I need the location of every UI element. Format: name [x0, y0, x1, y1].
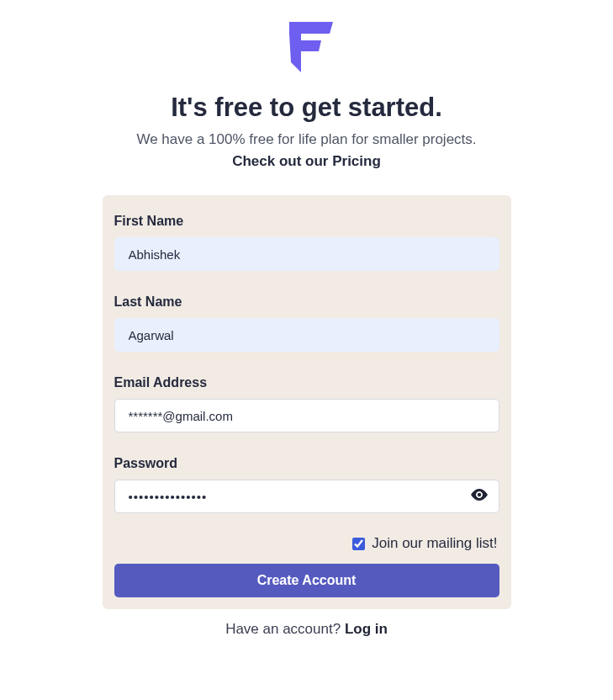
last-name-input[interactable]: [114, 318, 499, 352]
password-label: Password: [114, 456, 499, 471]
password-input[interactable]: [114, 480, 499, 513]
svg-point-0: [477, 493, 480, 496]
first-name-label: First Name: [114, 214, 499, 229]
brand-logo: [281, 22, 333, 76]
email-input[interactable]: [114, 399, 499, 432]
eye-icon[interactable]: [471, 489, 488, 504]
page-title: It's free to get started.: [171, 93, 442, 123]
mailing-list-label: Join our mailing list!: [372, 535, 497, 552]
footer-text: Have an account? Log in: [225, 621, 388, 638]
last-name-label: Last Name: [114, 294, 499, 310]
pricing-link[interactable]: Check out our Pricing: [232, 153, 381, 170]
page-subtitle: We have a 100% free for life plan for sm…: [136, 131, 476, 148]
first-name-input[interactable]: [114, 237, 499, 271]
create-account-button[interactable]: Create Account: [114, 564, 499, 597]
email-label: Email Address: [114, 375, 499, 390]
login-link[interactable]: Log in: [345, 621, 388, 637]
have-account-text: Have an account?: [225, 621, 345, 637]
mailing-list-checkbox[interactable]: [352, 538, 365, 550]
signup-form-card: First Name Last Name Email Address Passw…: [103, 195, 511, 609]
